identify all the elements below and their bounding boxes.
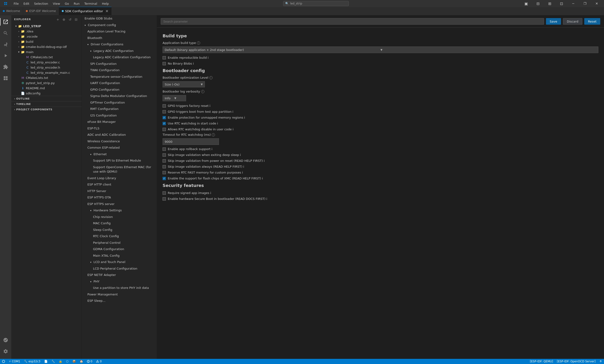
app-build-type-info[interactable]: i xyxy=(197,41,200,45)
layout-btn-2[interactable]: ⊟ xyxy=(533,0,543,7)
config-common-esp[interactable]: Common ESP-related xyxy=(82,144,157,151)
config-http-server[interactable]: HTTP Server xyxy=(82,188,157,194)
status-home-icon[interactable]: 🏠 xyxy=(78,359,85,364)
status-remote-icon[interactable] xyxy=(0,359,7,364)
app-rollback-checkbox[interactable] xyxy=(163,148,166,151)
gpio-factory-reset-info[interactable]: i xyxy=(210,104,211,108)
reset-button[interactable]: Reset xyxy=(584,18,600,25)
menu-go[interactable]: Go xyxy=(63,0,71,7)
tree-item-main-c[interactable]: › C led_strip_example_main.c xyxy=(11,70,82,75)
status-coords[interactable] xyxy=(597,359,604,364)
config-main-xtal[interactable]: Main XTAL Config xyxy=(82,252,157,259)
reproducible-build-checkbox[interactable] xyxy=(163,56,166,59)
menu-selection[interactable]: Selection xyxy=(32,0,50,7)
config-event-loop[interactable]: Event Loop Library xyxy=(82,175,157,182)
status-file-icon[interactable]: 📄 xyxy=(42,359,50,364)
config-adc-cal[interactable]: ADC and ADC Calibration xyxy=(82,132,157,138)
tree-item-idea[interactable]: › 📁 .idea xyxy=(11,29,82,34)
config-i2s[interactable]: I2S Configuration xyxy=(82,112,157,119)
config-legacy-adc-cal[interactable]: Legacy ADC Calibration Configuration xyxy=(82,54,157,61)
status-esp-idf-qemu[interactable]: [ESP-IDF: QEMU] xyxy=(528,359,555,364)
xmc-flash-info[interactable]: i xyxy=(262,176,263,180)
gpio-boot-test-info[interactable]: i xyxy=(233,110,234,113)
status-esp-idf-openocd[interactable]: [ESP-IDF: OpenOCD Server] xyxy=(555,359,597,364)
skip-image-power-on-checkbox[interactable] xyxy=(163,159,166,163)
layout-btn-3[interactable]: ⊞ xyxy=(544,0,555,7)
tree-item-readme[interactable]: › ℹ README.md xyxy=(11,86,82,91)
status-com1[interactable]: ⚡ COM1 xyxy=(7,359,22,364)
activity-settings[interactable] xyxy=(0,346,11,357)
project-components-header[interactable]: › PROJECT COMPONENTS xyxy=(11,107,82,112)
status-build-icon[interactable]: 🔧 xyxy=(50,359,57,364)
config-lcd-peripheral[interactable]: LCD Peripheral Configuration xyxy=(82,265,157,272)
menu-help[interactable]: Help xyxy=(100,0,111,7)
tab-welcome[interactable]: Welcome xyxy=(0,7,23,15)
secure-boot-info[interactable]: i xyxy=(266,197,267,201)
secure-boot-checkbox[interactable] xyxy=(163,197,166,201)
config-wireless[interactable]: Wireless Coexistence xyxy=(82,138,157,145)
xmc-flash-checkbox[interactable]: ✓ xyxy=(163,177,166,180)
minimize-btn[interactable]: ─ xyxy=(568,0,579,7)
rtc-watchdog-start-info[interactable]: i xyxy=(217,122,218,125)
config-spi[interactable]: SPI Configuration xyxy=(82,61,157,67)
rtc-watchdog-disable-info[interactable]: i xyxy=(233,127,234,131)
tree-item-build[interactable]: › 📁 build xyxy=(11,39,82,44)
config-bluetooth[interactable]: Bluetooth xyxy=(82,35,157,41)
signed-app-info[interactable]: i xyxy=(210,191,211,195)
search-input[interactable] xyxy=(161,18,544,25)
config-twai[interactable]: TWAI Configuration xyxy=(82,67,157,74)
config-spi-eth[interactable]: Support SPI to Ethernet Module xyxy=(82,157,157,164)
config-esp-tls[interactable]: ESP-TLS xyxy=(82,125,157,132)
layout-btn-4[interactable]: ⊡ xyxy=(556,0,567,7)
activity-extensions[interactable] xyxy=(0,61,11,73)
bootloader-opt-dropdown[interactable]: Size (-Os) ▼ xyxy=(163,81,205,87)
new-folder-btn[interactable]: ⊕ xyxy=(61,17,66,22)
config-ethernet[interactable]: ▾Ethernet xyxy=(82,151,157,158)
discard-button[interactable]: Discard xyxy=(563,18,582,25)
skip-image-deep-sleep-checkbox[interactable] xyxy=(163,153,166,157)
menu-file[interactable]: File xyxy=(11,0,21,7)
config-gptimer[interactable]: GPTimer Configuration xyxy=(82,99,157,106)
menu-terminal[interactable]: Terminal xyxy=(82,0,100,7)
config-power-mgmt[interactable]: Power Management xyxy=(82,291,157,298)
tree-item-vscode[interactable]: › 📁 .vscode xyxy=(11,34,82,39)
status-lock-icon[interactable]: 🔒 xyxy=(57,359,64,364)
save-button[interactable]: Save xyxy=(546,18,561,25)
config-opencores-eth[interactable]: Support OpenCores Ethernet MAC (for use … xyxy=(82,164,157,175)
skip-image-power-on-info[interactable]: i xyxy=(264,159,265,163)
config-gdma[interactable]: GDMA Configuration xyxy=(82,246,157,252)
titlebar-search[interactable]: 🔍 led_strip xyxy=(283,1,349,6)
refresh-btn[interactable]: ↺ xyxy=(67,17,73,22)
config-uart[interactable]: UART Configuration xyxy=(82,80,157,87)
config-enable-gdb[interactable]: Enable GDB Stubs xyxy=(82,15,157,22)
status-chip[interactable]: 🔧 esp32c3 xyxy=(22,359,42,364)
config-sleep-config[interactable]: Sleep Config xyxy=(82,227,157,233)
config-rmt[interactable]: RMT Configuration xyxy=(82,106,157,112)
config-driver-configs[interactable]: ▾Driver Configurations xyxy=(82,41,157,48)
rtc-watchdog-start-checkbox[interactable]: ✓ xyxy=(163,122,166,125)
status-warnings[interactable]: 0 xyxy=(94,359,104,364)
bootloader-log-info[interactable]: i xyxy=(201,90,204,93)
gpio-factory-reset-checkbox[interactable] xyxy=(163,104,166,108)
gpio-boot-test-checkbox[interactable] xyxy=(163,110,166,113)
tree-item-sdkconfig[interactable]: › 📄 sdkconfig xyxy=(11,91,82,96)
activity-explorer[interactable] xyxy=(0,16,11,27)
new-file-btn[interactable]: + xyxy=(55,17,60,22)
skip-image-always-checkbox[interactable] xyxy=(163,165,166,168)
tree-item-cmake-main[interactable]: › M CMakeLists.txt xyxy=(11,54,82,60)
menu-edit[interactable]: Edit xyxy=(21,0,32,7)
status-esp-icon[interactable]: ⬡ xyxy=(64,359,70,364)
tree-item-encoder-h[interactable]: › C led_strip_encoder.h xyxy=(11,65,82,70)
no-binary-blobs-checkbox[interactable] xyxy=(163,62,166,65)
config-component-config[interactable]: ▾Component config xyxy=(82,22,157,28)
config-phy[interactable]: ▾PHY xyxy=(82,278,157,285)
config-temp-sensor[interactable]: Temperature sensor Configuration xyxy=(82,74,157,80)
config-app-level-tracing[interactable]: Application Level Tracing xyxy=(82,28,157,35)
config-esp-sleep[interactable]: ESP Sleep... xyxy=(82,298,157,304)
config-chip-rev[interactable]: Chip revision xyxy=(82,214,157,220)
collapse-all-btn[interactable]: ⊟ xyxy=(74,17,79,22)
status-errors[interactable]: 0 xyxy=(85,359,94,364)
tree-item-cmake-build[interactable]: › 📁 cmake-build-debug-esp-idf xyxy=(11,44,82,49)
menu-view[interactable]: View xyxy=(50,0,63,7)
activity-search[interactable] xyxy=(0,27,11,39)
